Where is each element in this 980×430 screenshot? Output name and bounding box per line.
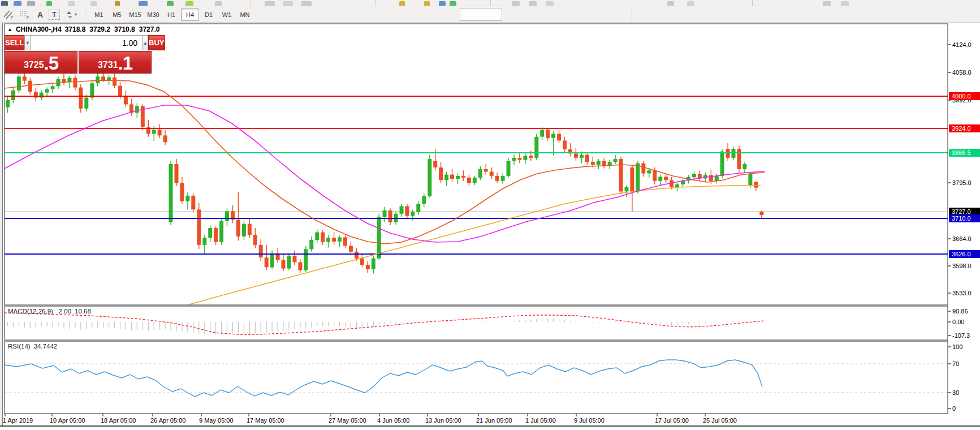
candle-body: [490, 171, 494, 175]
macd-panel-content: [5, 313, 765, 335]
candle-body: [495, 176, 499, 181]
candle-body: [124, 96, 128, 105]
candle-body: [557, 134, 561, 141]
price-axis-tick: 3598.0: [952, 263, 972, 269]
candle-body: [507, 161, 511, 176]
candle-body: [40, 93, 44, 98]
candle-body: [23, 76, 27, 80]
candle-body: [225, 211, 229, 221]
candle-body: [456, 176, 460, 179]
candle-body: [372, 259, 375, 269]
candle-body: [96, 76, 100, 83]
price-axis-tick: 4058.0: [952, 69, 972, 76]
candle-body: [326, 238, 330, 242]
candle-body: [614, 159, 618, 162]
candle-body: [84, 98, 88, 109]
candle-body: [349, 246, 353, 251]
candle-body: [17, 76, 21, 91]
rsi-axis-tick: 30: [952, 389, 959, 396]
candle-body: [79, 88, 83, 109]
time-axis-label: 1 Apr 2019: [3, 417, 33, 424]
time-axis-label: 18 Apr 05:00: [101, 417, 136, 424]
buy-price-main: 3731: [98, 58, 118, 72]
candle-body: [175, 164, 179, 183]
candle-body: [461, 176, 465, 178]
candle-body: [282, 260, 286, 269]
candle-body: [265, 257, 269, 267]
candle-body: [467, 178, 471, 183]
candle-body: [523, 156, 527, 160]
candle-body: [355, 252, 359, 259]
price-axis-tick: 3664.0: [952, 235, 972, 242]
macd-axis-tick: -107.3: [952, 332, 970, 339]
buy-price-panel[interactable]: 3731.1: [79, 51, 152, 74]
buy-button[interactable]: BUY: [148, 35, 165, 50]
rsi-label: RSI(14) 34.7442: [8, 343, 57, 350]
candle-body: [28, 81, 32, 92]
candle-body: [377, 217, 381, 259]
candle-body: [473, 178, 477, 183]
candle-body: [754, 182, 758, 188]
price-line-badge: 3710.0: [949, 214, 980, 222]
quote-high: 3729.2: [89, 25, 110, 33]
macd-axis-tick: 0.00: [952, 319, 964, 325]
candle-body: [709, 175, 713, 180]
price-axis-tick: 3533.0: [952, 290, 972, 296]
sell-price-panel[interactable]: 3725.5: [5, 51, 77, 74]
sell-button[interactable]: SELL: [5, 35, 24, 50]
volume-increase-button[interactable]: ▲: [142, 35, 148, 50]
candle-body: [597, 161, 601, 165]
candle-body: [428, 159, 431, 196]
candle-body: [118, 86, 122, 96]
ma-line-gold: [189, 186, 761, 304]
time-axis-label: 27 May 05:00: [329, 417, 366, 424]
candle-body: [67, 78, 71, 82]
candle-body: [62, 79, 66, 82]
rsi-value: 34.7442: [34, 343, 58, 350]
candle-body: [444, 175, 448, 180]
rsi-panel-content: [5, 360, 948, 397]
time-axis-label: 4 Jun 05:00: [377, 417, 410, 424]
candles: [6, 72, 763, 274]
candle-body: [163, 135, 167, 142]
price-line-badge: 4000.0: [949, 92, 980, 100]
candle-body: [45, 89, 49, 93]
candle-body: [602, 161, 606, 166]
candle-body: [715, 176, 719, 181]
collapse-trade-panel-icon[interactable]: ▲: [7, 27, 12, 32]
candle-body: [720, 152, 724, 176]
price-line-badge: 3626.0: [949, 250, 980, 258]
candle-body: [748, 174, 752, 185]
candle-body: [332, 238, 336, 242]
candle-body: [113, 78, 116, 86]
candle-body: [551, 134, 555, 138]
candle-body: [388, 210, 392, 222]
candle-body: [287, 256, 291, 268]
rsi-axis-tick: 0: [952, 405, 956, 412]
candle-body: [405, 206, 409, 216]
quote-close: 3727.0: [139, 25, 160, 33]
candle-body: [259, 245, 263, 257]
candle-body: [242, 224, 246, 236]
volume-decrease-button[interactable]: ▼: [24, 35, 31, 50]
one-click-trade-panel: SELL ▼ ▲ BUY 3725.5 3731.1: [5, 35, 152, 74]
candle-body: [653, 170, 657, 181]
candle-body: [563, 140, 567, 149]
candle-body: [641, 164, 645, 174]
candle-body: [732, 149, 736, 158]
candle-body: [383, 210, 387, 217]
candle-body: [591, 162, 595, 165]
time-axis-label: 13 Jun 05:00: [425, 417, 461, 424]
macd-main-value: -2.00: [57, 308, 71, 315]
candle-body: [51, 86, 55, 89]
candle-body: [6, 100, 10, 108]
candle-body: [338, 238, 342, 242]
candle-body: [692, 174, 696, 177]
sell-price-main: 3725: [24, 58, 44, 72]
rsi-axis-tick: 70: [952, 360, 959, 367]
rsi-axis-tick: 100: [952, 343, 962, 350]
volume-input[interactable]: [31, 35, 142, 50]
candle-body: [202, 238, 206, 245]
price-axis-tick: 3795.0: [952, 179, 972, 186]
candle-body: [664, 177, 668, 180]
